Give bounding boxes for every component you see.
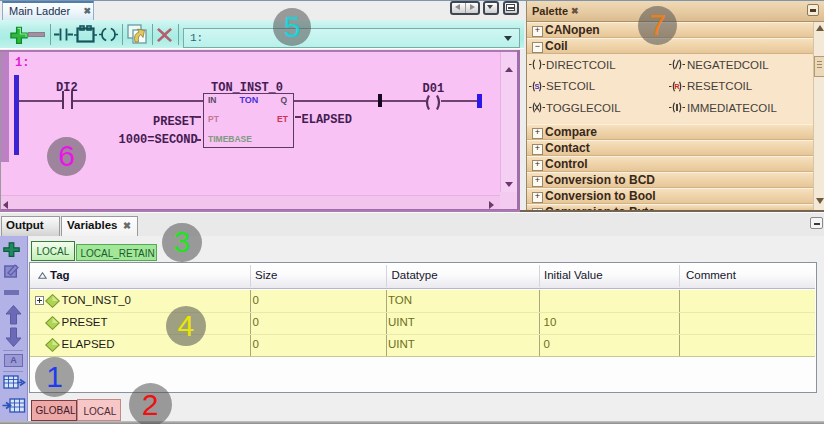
svg-text:S: S <box>534 82 539 91</box>
svg-text:R: R <box>674 82 680 91</box>
